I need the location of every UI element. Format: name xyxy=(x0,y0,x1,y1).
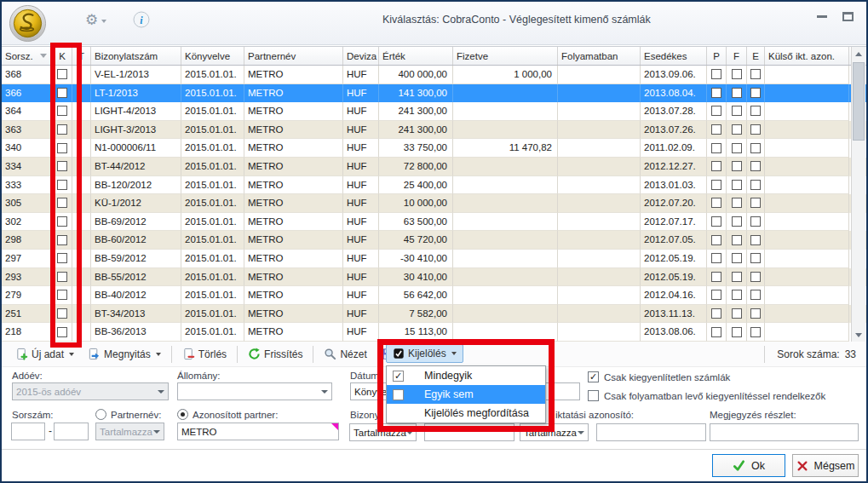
comment-input[interactable] xyxy=(710,423,859,441)
column-header--rt-k[interactable]: Érték xyxy=(379,47,453,65)
column-header-sorsz-[interactable]: Sorsz. xyxy=(2,47,53,65)
column-header-e[interactable]: E xyxy=(747,47,765,65)
row-flag-checkbox[interactable] xyxy=(750,124,761,135)
refresh-button[interactable]: Frissítés xyxy=(241,344,309,364)
identified-partner-input[interactable]: METRO xyxy=(177,423,339,440)
scrollbar-thumb[interactable] xyxy=(853,62,865,141)
row-flag-checkbox[interactable] xyxy=(750,198,761,208)
row-flag-checkbox[interactable] xyxy=(732,106,742,116)
minimize-button[interactable] xyxy=(811,6,833,26)
column-header-k-ls-ikt-azon-[interactable]: Külső ikt. azon. xyxy=(765,47,849,65)
row-flag-checkbox[interactable] xyxy=(732,272,742,282)
serial-from-input[interactable] xyxy=(11,423,45,440)
table-row[interactable]: 334BT-44/20122015.01.01.METROHUF72 800,0… xyxy=(2,158,866,176)
row-flag-checkbox[interactable] xyxy=(711,106,721,116)
column-header-bizonylatsz-m[interactable]: Bizonylatszám xyxy=(91,47,181,65)
delete-button[interactable]: Törlés xyxy=(175,344,233,364)
row-flag-checkbox[interactable] xyxy=(711,88,721,98)
row-flag-checkbox[interactable] xyxy=(732,216,742,227)
row-flag-checkbox[interactable] xyxy=(750,272,761,282)
table-row[interactable]: 333BB-120/20122015.01.01.METROHUF25 400,… xyxy=(2,176,866,195)
row-flag-checkbox[interactable] xyxy=(711,253,721,263)
row-flag-checkbox[interactable] xyxy=(732,235,742,245)
row-flag-checkbox[interactable] xyxy=(750,106,761,116)
table-row[interactable]: 302BB-69/20122015.01.01.METROHUF63 500,0… xyxy=(2,213,866,232)
table-row[interactable]: 366LT-1/20132015.01.01.METROHUF141 300,0… xyxy=(2,84,866,103)
partner-name-mode-select[interactable]: Tartalmazza xyxy=(95,423,164,440)
vertical-scrollbar[interactable] xyxy=(851,47,865,342)
row-flag-checkbox[interactable] xyxy=(711,327,721,337)
tax-year-select[interactable]: 2015-ös adóév xyxy=(12,382,169,400)
row-flag-checkbox[interactable] xyxy=(750,290,761,300)
row-flag-checkbox[interactable] xyxy=(732,253,742,263)
row-flag-checkbox[interactable] xyxy=(732,161,742,171)
scroll-down-button[interactable] xyxy=(852,328,865,342)
row-flag-checkbox[interactable] xyxy=(732,143,742,153)
cancel-button[interactable]: Mégsem xyxy=(792,454,859,477)
scroll-up-button[interactable] xyxy=(852,47,865,61)
row-flag-checkbox[interactable] xyxy=(750,253,761,263)
registry-id-input[interactable] xyxy=(596,423,706,441)
row-flag-checkbox[interactable] xyxy=(750,69,761,79)
row-flag-checkbox[interactable] xyxy=(732,290,742,300)
column-header-folyamatban[interactable]: Folyamatban xyxy=(558,47,641,65)
row-flag-checkbox[interactable] xyxy=(711,308,721,319)
maximize-button[interactable] xyxy=(836,6,859,26)
table-row[interactable]: 297BB-59/20122015.01.01.METROHUF-30 410,… xyxy=(2,250,866,268)
row-flag-checkbox[interactable] xyxy=(732,198,742,208)
info-button[interactable]: i xyxy=(133,11,150,28)
row-flag-checkbox[interactable] xyxy=(711,198,721,208)
table-row[interactable]: 293BB-55/20122015.01.01.METROHUF30 410,0… xyxy=(2,268,866,287)
table-row[interactable]: 363LIGHT-3/20132015.01.01.METROHUF241 30… xyxy=(2,121,866,140)
row-flag-checkbox[interactable] xyxy=(750,216,761,227)
row-flag-checkbox[interactable] xyxy=(732,180,742,190)
row-flag-checkbox[interactable] xyxy=(750,180,761,190)
table-row[interactable]: 251BT-34/20132015.01.01.METROHUF7 582,00… xyxy=(2,305,866,324)
row-flag-checkbox[interactable] xyxy=(750,308,761,319)
row-flag-checkbox[interactable] xyxy=(750,235,761,245)
column-header-deviza[interactable]: Deviza xyxy=(343,47,379,65)
row-flag-checkbox[interactable] xyxy=(750,88,761,98)
row-flag-checkbox[interactable] xyxy=(732,124,742,135)
row-flag-checkbox[interactable] xyxy=(750,143,761,153)
row-flag-checkbox[interactable] xyxy=(711,235,721,245)
column-header-p[interactable]: P xyxy=(707,47,727,65)
serial-to-input[interactable] xyxy=(54,423,89,440)
identified-partner-radio[interactable]: Azonosított partner: xyxy=(177,409,278,420)
table-row[interactable]: 364LIGHT-4/20132015.01.01.METROHUF241 30… xyxy=(2,102,866,121)
row-flag-checkbox[interactable] xyxy=(711,272,721,282)
column-header-partnern-v[interactable]: Partnernév xyxy=(244,47,343,65)
row-flag-checkbox[interactable] xyxy=(711,290,721,300)
row-flag-checkbox[interactable] xyxy=(750,327,761,337)
row-flag-checkbox[interactable] xyxy=(711,124,721,135)
table-row[interactable]: 340N1-000006/112015.01.01.METROHUF33 750… xyxy=(2,139,866,158)
toolbar-separator xyxy=(313,346,313,363)
row-flag-checkbox[interactable] xyxy=(732,69,742,79)
open-button[interactable]: Megnyitás xyxy=(81,344,168,364)
row-flag-checkbox[interactable] xyxy=(750,161,761,171)
column-header-fizetve[interactable]: Fizetve xyxy=(453,47,558,65)
table-row[interactable]: 305KÜ-1/20122015.01.01.METROHUF10 000,00… xyxy=(2,194,866,213)
row-flag-checkbox[interactable] xyxy=(711,216,721,227)
table-row[interactable]: 298BB-60/20122015.01.01.METROHUF45 720,0… xyxy=(2,231,866,250)
inprogress-only-checkbox[interactable]: Csak folyamatban levő kiegyenlítéssel re… xyxy=(588,390,825,401)
partner-name-radio[interactable]: Partnernév: xyxy=(95,409,161,420)
row-flag-checkbox[interactable] xyxy=(711,143,721,153)
view-button[interactable]: Nézet xyxy=(317,344,373,364)
row-flag-checkbox[interactable] xyxy=(732,88,742,98)
column-header-esed-kes[interactable]: Esedékes xyxy=(641,47,707,65)
column-header-k-nyvelve[interactable]: Könyvelve xyxy=(181,47,244,65)
row-flag-checkbox[interactable] xyxy=(732,327,742,337)
row-flag-checkbox[interactable] xyxy=(711,161,721,171)
stock-select[interactable] xyxy=(177,382,332,400)
row-flag-checkbox[interactable] xyxy=(732,308,742,319)
row-flag-checkbox[interactable] xyxy=(711,180,721,190)
cell-kulso xyxy=(765,268,849,287)
ok-button[interactable]: Ok xyxy=(712,454,785,477)
unpaid-only-checkbox[interactable]: ✓ Csak kiegyenlítetlen számlák xyxy=(588,371,730,382)
table-row[interactable]: 368V-EL-1/20132015.01.01.METROHUF400 000… xyxy=(2,66,866,84)
row-flag-checkbox[interactable] xyxy=(711,69,721,79)
column-header-f[interactable]: F xyxy=(727,47,747,65)
table-row[interactable]: 279BB-40/20122015.01.01.METROHUF56 642,0… xyxy=(2,286,866,305)
settings-button[interactable]: ⚙ xyxy=(85,11,106,29)
